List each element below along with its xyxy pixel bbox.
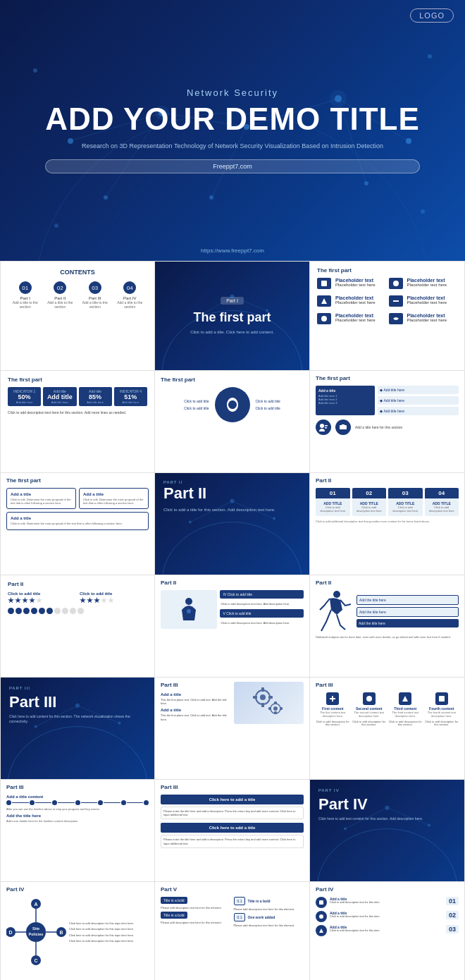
svg-rect-32 [393, 300, 399, 302]
svg-point-36 [162, 522, 302, 575]
list-item: Placeholder textPlaceholder text here [389, 295, 458, 307]
hero-slide: LOGO Network Security ADD YOUR DEMO TITL… [0, 0, 465, 261]
slide-first-part-circles: The first part Click to add title Click … [155, 371, 310, 473]
slide-part4-dark: Part IV Part IV Click here to add text c… [310, 780, 465, 882]
slide-title: The first part [316, 375, 459, 381]
slide-part3-text: Part III Add a title This the first plac… [155, 678, 310, 780]
contents-item-4: 04 Part IV Add a title to the section [114, 281, 147, 309]
contents-item-3: 03 Part III Add a title to the section [79, 281, 111, 309]
slide-title: Part II [161, 580, 304, 586]
slide-part2-progress: Part II Click to add title [0, 575, 155, 678]
svg-rect-65 [332, 696, 333, 702]
svg-rect-61 [274, 711, 277, 714]
hero-content: Network Security ADD YOUR DEMO TITLE Res… [45, 87, 420, 174]
svg-point-15 [209, 195, 213, 200]
slide-title: Part III [161, 682, 231, 688]
svg-rect-90 [319, 900, 323, 905]
contents-item-1: 01 Part I Add a title to the section [9, 281, 42, 309]
list-item: Placeholder textPlaceholder text here [317, 295, 386, 307]
slide-title: The first part [317, 267, 457, 274]
slide-title: Part II [316, 477, 459, 484]
slide-part3-dark: Part III Part III Click here to add cont… [0, 678, 155, 780]
numbered-item: 04 ADD TITLE Click to add description te… [425, 488, 459, 516]
svg-point-39 [273, 517, 275, 520]
svg-line-74 [388, 808, 430, 826]
slide-title: Part II [316, 580, 459, 586]
slide-first-part-dark: Part I The first part Click to add a tit… [155, 262, 310, 371]
slide-title: Part II [8, 581, 147, 587]
svg-line-51 [78, 706, 119, 723]
slide-part2-img: Part II IV Click to add title [155, 575, 310, 678]
slide-part4-iconlist: Part IV Add a title Click to add descrip… [310, 882, 465, 980]
list-item: Placeholder textPlaceholder text here [389, 278, 458, 289]
numbered-item: 02 ADD TITLE Click to add description te… [352, 488, 387, 516]
svg-point-49 [118, 722, 120, 725]
contents-item-2: 02 Part II Add a title to the section [44, 281, 77, 309]
svg-marker-92 [319, 929, 323, 933]
svg-rect-29 [321, 281, 327, 286]
svg-rect-62 [268, 707, 271, 710]
slide-part4-list: Part V Title in a bold Please add descri… [155, 882, 310, 980]
slide-title: The first part [6, 477, 149, 484]
svg-line-73 [345, 808, 388, 829]
svg-rect-33 [321, 316, 327, 321]
svg-rect-55 [261, 703, 264, 707]
part3-item: Second content The second content text d… [352, 692, 387, 718]
slide-contents: CONTENTS 01 Part I Add a title to the se… [0, 262, 155, 371]
svg-text:Policies: Policies [29, 932, 44, 936]
svg-point-38 [230, 499, 235, 503]
slide-title: Part IV [6, 886, 149, 893]
slide-title: CONTENTS [9, 269, 146, 276]
slide-part2-dark: Part II Part II Click to add a title for… [155, 473, 310, 575]
svg-point-26 [266, 310, 268, 312]
hero-title: ADD YOUR DEMO TITLE [45, 102, 420, 136]
svg-point-24 [196, 316, 199, 319]
svg-rect-35 [340, 425, 347, 429]
svg-line-27 [197, 297, 232, 318]
part3-item: Fourth content The fourth content text d… [425, 692, 459, 718]
slide-part2-runner: Part II Add the title here Add the title… [310, 575, 465, 678]
hero-badge: Freeppt7.com [45, 159, 420, 173]
slide-title: Part III [6, 784, 149, 790]
numbered-item: 01 ADD TITLE Click to add description te… [316, 488, 350, 516]
slide-title: Part III [161, 784, 304, 790]
hero-description: Research on 3D Representation Technology… [45, 142, 420, 152]
svg-rect-57 [268, 696, 273, 699]
list-item: Placeholder textPlaceholder text here [317, 278, 386, 289]
slide-first-part-img: The first part Add a title Add title ite… [310, 371, 465, 473]
svg-line-50 [36, 706, 78, 727]
slides-grid: CONTENTS 01 Part I Add a title to the se… [0, 261, 465, 980]
svg-marker-31 [321, 298, 327, 304]
numbered-item: 03 ADD TITLE Click to add description te… [388, 488, 423, 516]
part3-item: Third content The third content text des… [388, 692, 423, 718]
svg-rect-54 [261, 687, 264, 692]
svg-point-71 [385, 806, 390, 810]
svg-point-46 [8, 727, 147, 779]
svg-point-69 [317, 829, 457, 881]
svg-line-28 [232, 297, 268, 311]
hero-subtitle: Network Security [45, 87, 420, 98]
svg-point-45 [333, 591, 340, 598]
svg-point-20 [428, 54, 432, 59]
svg-point-42 [185, 598, 192, 605]
slide-part3-4col: Part III First content The first content… [310, 678, 465, 780]
part3-item: First content The first content text des… [316, 692, 350, 718]
svg-text:D: D [8, 930, 12, 935]
svg-point-21 [54, 223, 58, 228]
svg-text:C: C [34, 958, 37, 963]
slide-title: The first part [8, 376, 147, 383]
slide-title: Part III [316, 682, 459, 688]
svg-rect-60 [274, 702, 277, 704]
svg-rect-68 [439, 696, 445, 702]
svg-point-22 [421, 209, 425, 214]
slide-stat-bars: The first part INDICATOR 1 50% Add title… [0, 371, 155, 473]
svg-point-14 [104, 195, 108, 200]
slide-title: Part V [161, 886, 304, 893]
svg-point-91 [319, 914, 323, 919]
svg-point-19 [33, 68, 37, 73]
slide-first-part-list: The first part Placeholder textPlacehold… [310, 262, 465, 371]
svg-point-66 [366, 696, 372, 702]
svg-line-40 [190, 501, 232, 522]
svg-text:A: A [34, 902, 37, 907]
svg-point-44 [187, 609, 191, 613]
